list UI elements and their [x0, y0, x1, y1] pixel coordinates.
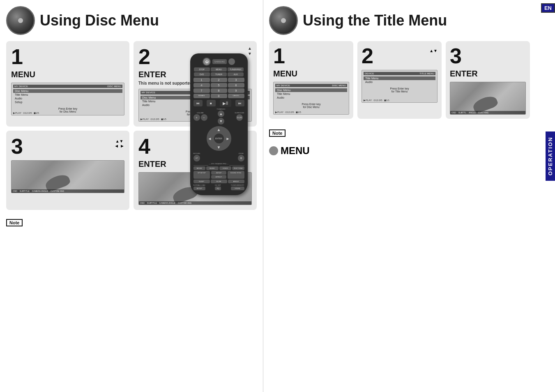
title-step-3-number: 3 — [450, 44, 462, 68]
remote-ch-up[interactable]: ▲ — [218, 111, 224, 117]
remote-vol-label: VOLUME — [197, 112, 204, 114]
disc-step-3-number: 3 — [11, 136, 23, 157]
screen-item-setup: Setup — [13, 100, 122, 104]
remote-nav-down[interactable]: ▼ — [217, 145, 221, 150]
remote-num-6[interactable]: 6 — [228, 83, 244, 88]
remote-num-5[interactable]: 5 — [211, 83, 227, 88]
remote-misc-row: SLEEP SLOW ANGLE — [193, 180, 244, 183]
disc-step-2-number: 2 — [138, 46, 150, 67]
disc-icon-right — [269, 6, 298, 35]
remote-return-label: RETURN — [193, 152, 200, 154]
remote-play-pause-btn[interactable]: ▶II — [220, 99, 231, 107]
remote-num-8[interactable]: 8 — [211, 88, 227, 93]
title-step-1-screen: MY DEVICEDISC MENU Disc Menu Title Menu … — [273, 82, 349, 115]
remote-surround-col: SURROUND SUR — [235, 112, 244, 121]
operation-label: OPERATION — [546, 131, 555, 181]
remote-misc-row-2: NORMAL/LOAD SETUP EQ SET EQ TUNER/MEMORY… — [193, 184, 244, 190]
disc-step-4-number: 4 — [138, 134, 150, 158]
remote-logo: SAMSUNG — [212, 59, 227, 64]
remote-num-2[interactable]: 2 — [211, 78, 227, 82]
remote-vol-area: VOLUME + − TUNER/CH ▲ ▼ SURROUND SUR — [193, 108, 244, 125]
remote-nav-enter[interactable]: ENTER — [214, 134, 224, 143]
title-step-3-label: ENTER — [450, 69, 526, 78]
remote-nav-right[interactable]: ► — [226, 136, 230, 141]
remote-eq-col-2: EQ SET EQ — [215, 184, 221, 190]
title-screen-bar-2: DEVICETITLE MENU — [364, 72, 435, 75]
remote-nav-left[interactable]: ◄ — [208, 136, 212, 141]
remote-menu-btn[interactable]: MENU — [211, 67, 227, 71]
remote-top-right-btn[interactable] — [228, 58, 235, 65]
remote-section-label: — DTS THEATER PRO — — [209, 163, 228, 166]
remote-eq-btn[interactable]: EQ — [215, 187, 221, 190]
remote-num-7[interactable]: 7 — [193, 88, 210, 93]
remote-zoom-btn[interactable]: ⊕ — [238, 155, 244, 161]
remote-normalload-btn[interactable]: SETUP — [193, 187, 205, 190]
disc-step-1-screen: MY DEVICEDISC MENU Disc Menu Title Menu … — [11, 83, 124, 115]
remote-testtone-btn[interactable]: TEST TONE — [232, 166, 244, 170]
remote-tunersel-btn[interactable]: STORE — [231, 187, 244, 190]
title-step-1-label: MENU — [273, 69, 349, 78]
remote-num-9[interactable]: 9 — [228, 88, 244, 93]
remote-surround-btn[interactable]: SUR — [236, 114, 243, 121]
remote-vol-buttons: + − — [193, 114, 207, 121]
remote-movie-btn[interactable]: MOVIE — [193, 166, 206, 170]
remote-return-area: RETURN ↩ — [193, 152, 200, 161]
remote-tunersel-lbl: TUNER/MEMORY — [231, 184, 244, 186]
disc-step-1-number: 1 — [11, 45, 23, 69]
remote-rewind-btn[interactable]: ⏮ — [193, 100, 203, 106]
remote-vol-up[interactable]: + — [193, 114, 200, 121]
remote-stop-transport[interactable]: ■ — [207, 100, 216, 106]
remote-ffwd-btn[interactable]: ⏭ — [235, 100, 244, 106]
remote-num-0[interactable]: 0 — [211, 94, 227, 98]
title-step-2: 2 ▲▼ DEVICETITLE MENU Title Menu Audio P… — [357, 41, 442, 119]
remote-nav-up[interactable]: ▲ — [217, 127, 221, 132]
remote-remain-btn[interactable]: REMAIN — [193, 94, 210, 98]
remote-angle-btn[interactable]: ANGLE — [228, 180, 244, 183]
remote-ch-down[interactable]: ▼ — [218, 118, 224, 125]
title-steps-top: 1 MENU MY DEVICEDISC MENU Disc Menu Titl… — [269, 41, 530, 119]
title-menu-instruction-label: MENU — [281, 145, 310, 157]
disc-icon-left — [6, 6, 35, 35]
remote-voice-btn[interactable]: VOICE — [219, 166, 232, 170]
remote-setup-sub-2[interactable]: EFFECT — [211, 175, 226, 179]
remote-num-4[interactable]: 4 — [193, 83, 210, 88]
title-step-2-arrows: ▲▼ — [429, 48, 438, 53]
remote-bottom-section: — DTS THEATER PRO — MOVIE MUSIC VOICE TE… — [193, 163, 244, 190]
remote-return-btn[interactable]: ↩ — [193, 155, 200, 161]
remote-music-btn[interactable]: MUSIC — [206, 166, 219, 170]
screen-title-bar-1: MY DEVICEDISC MENU — [13, 85, 122, 88]
remote-slow-btn[interactable]: SLOW — [211, 180, 227, 183]
remote-dvd-btn[interactable]: DVD — [194, 72, 210, 76]
remote-soundsync-btn[interactable]: SOUND SYNC — [228, 171, 244, 179]
remote-vol-down[interactable]: − — [201, 114, 207, 121]
remote-power-button[interactable]: ⏻ — [203, 58, 211, 66]
remote-setup-row: SP SETUP SETUP EFFECT SOUND SYNC — [193, 171, 244, 179]
disc-step-1: 1 MENU MY DEVICEDISC MENU Disc Menu Titl… — [6, 41, 129, 127]
remote-eq-col: SETUP EFFECT — [211, 171, 226, 179]
disc-step-3-arrows: ▲▼ ◄ ► — [114, 139, 124, 148]
remote-cancel-btn[interactable]: CANCEL — [228, 94, 244, 98]
remote-tuner-btn[interactable]: TUNER/REC — [228, 67, 244, 71]
remote-zoom-label: ZOOM — [239, 152, 244, 154]
remote-sleep-btn[interactable]: SLEEP — [193, 180, 210, 183]
remote-surround-label: SURROUND — [235, 112, 244, 114]
remote-spsetup-btn[interactable]: SP SETUP — [193, 171, 210, 179]
remote-tunersel-col: TUNER/MEMORY STORE — [231, 184, 244, 190]
remote-stop-btn[interactable]: STOP — [194, 67, 210, 71]
screen-item-discmenu: Disc Menu — [13, 89, 122, 93]
remote-func-row-1: STOP MENU TUNER/REC — [193, 67, 244, 71]
title-menu-title-area: Using the Title Menu — [269, 6, 530, 35]
title-note-area: Note — [269, 127, 530, 137]
remote-num-3[interactable]: 3 — [228, 78, 244, 82]
disc-note-badge: Note — [6, 219, 23, 226]
disc-step-3-dolphin: OSDSUBTITLECAMERA ANGLECUSTOM ANG — [11, 160, 124, 193]
remote-num-1[interactable]: 1 — [193, 78, 210, 82]
screen-bottom-1: ▶PLAY⊙12.0/5◼1/5 — [12, 111, 124, 114]
remote-setup-sub-1[interactable]: SETUP — [211, 171, 226, 175]
remote-aux-btn[interactable]: AUX — [228, 72, 244, 76]
title-note-badge: Note — [269, 129, 286, 137]
remote-tuner2-btn[interactable]: TUNER — [211, 72, 227, 76]
remote-number-grid: 1 2 3 4 5 6 7 8 9 REMAIN 0 CANCEL — [193, 78, 244, 98]
remote-tuner-label: TUNER/CH — [217, 108, 226, 110]
title-screen-audio: Audio — [275, 96, 347, 99]
